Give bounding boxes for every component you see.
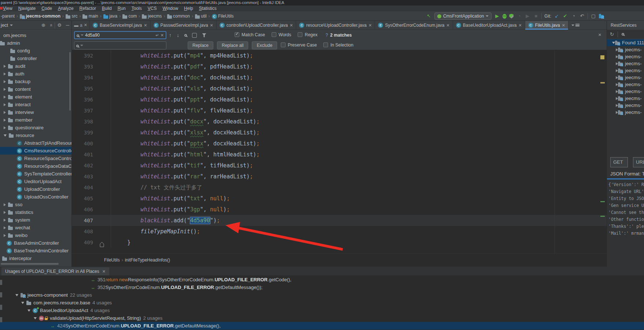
found-row[interactable]: Found 111 bbox=[607, 39, 644, 46]
code-line-408[interactable]: 408 fileTypeMapInit(); bbox=[72, 226, 607, 237]
search-icon[interactable] bbox=[622, 33, 624, 36]
code-line-402[interactable]: 402 whiteList.put("tif", tifHeadList); bbox=[72, 160, 607, 171]
usages-tab[interactable]: Usages of UPLOAD_FILE_ERROR in All Place… bbox=[1, 267, 109, 275]
editor-breadcrumb-item[interactable]: initFileTypeHeadInfos() bbox=[125, 257, 170, 263]
checkbox-icon[interactable] bbox=[272, 32, 276, 37]
close-search-icon[interactable]: ✕ bbox=[598, 33, 601, 37]
collapsed-arrow-icon[interactable] bbox=[4, 111, 6, 114]
tree-item-ueditoruploadact[interactable]: CUeditorUploadAct bbox=[0, 178, 71, 185]
menu-navigate[interactable]: Navigate bbox=[15, 5, 38, 11]
collapsed-arrow-icon[interactable] bbox=[4, 65, 6, 68]
restore-layout-icon[interactable]: ↖ bbox=[426, 12, 432, 20]
tree-item-auth[interactable]: auth bbox=[0, 70, 71, 78]
close-tab-icon[interactable]: ✕ bbox=[290, 23, 293, 28]
collapsed-arrow-icon[interactable] bbox=[4, 88, 6, 91]
git-history-button[interactable]: ◔ bbox=[571, 12, 577, 20]
editor-breadcrumb-item[interactable]: FileUtils bbox=[104, 257, 120, 263]
tree-item-resourcespacedatacontro[interactable]: CResourceSpaceDataContro bbox=[0, 162, 71, 170]
tree-item-uploadosscontroller[interactable]: CUploadOssController bbox=[0, 193, 71, 201]
exclude-button[interactable]: Exclude bbox=[252, 41, 277, 49]
usages-toolbar-icon[interactable] bbox=[0, 292, 2, 297]
editor-tab[interactable]: ESysOtherErrorCodeEnum.java✕ bbox=[375, 21, 453, 30]
tree-item-resource[interactable]: resource bbox=[0, 131, 71, 139]
menu-window[interactable]: Window bbox=[159, 5, 181, 11]
usage-row[interactable]: ↔424 SysOtherErrorCodeEnum.UPLOAD_FILE_E… bbox=[0, 322, 644, 330]
close-icon[interactable]: ✕ bbox=[102, 269, 106, 274]
tree-item-sso[interactable]: sso bbox=[0, 201, 71, 208]
tree-item-systemplatecontroller[interactable]: CSysTemplateController bbox=[0, 170, 71, 178]
collapsed-arrow-icon[interactable] bbox=[4, 203, 6, 206]
stop-button[interactable]: ■ bbox=[533, 12, 539, 20]
tree-item-om.jeecms[interactable]: om.jeecms bbox=[0, 31, 71, 39]
coverage-button[interactable] bbox=[509, 14, 514, 19]
clear-search-icon[interactable]: ✕ bbox=[161, 33, 164, 38]
collapsed-arrow-icon[interactable] bbox=[4, 126, 6, 129]
expanded-arrow-icon[interactable] bbox=[21, 302, 24, 304]
rest-module-item[interactable]: jeecms- bbox=[607, 81, 644, 88]
close-tab-icon[interactable]: ✕ bbox=[562, 23, 565, 28]
collapsed-arrow-icon[interactable] bbox=[4, 73, 6, 75]
replace-button[interactable]: Replace bbox=[188, 41, 213, 49]
tree-horizontal-scrollbar[interactable] bbox=[1, 263, 59, 265]
search-input[interactable] bbox=[85, 33, 154, 38]
code-line-395[interactable]: 395 whiteList.put("xls", docHeadList); bbox=[72, 83, 607, 94]
usages-toolbar-icon[interactable] bbox=[0, 280, 2, 285]
breadcrumb-item[interactable]: jeecms-common bbox=[20, 11, 60, 21]
code-line-401[interactable]: 401 whiteList.put("html", htmlHeadList); bbox=[72, 149, 607, 160]
breadcrumb-item[interactable]: common bbox=[167, 11, 190, 21]
chevron-down-icon[interactable] bbox=[10, 25, 13, 26]
close-tab-icon[interactable]: ✕ bbox=[84, 23, 87, 27]
checkbox-icon[interactable] bbox=[323, 42, 328, 47]
tree-item-basetreeadmincontroller[interactable]: CBaseTreeAdminController bbox=[0, 247, 71, 255]
breadcrumb-item[interactable]: util bbox=[195, 11, 207, 21]
code-line-399[interactable]: 399 whiteList.put("xlsx", docxHeadList); bbox=[72, 127, 607, 138]
collapsed-arrow-icon[interactable] bbox=[4, 119, 6, 122]
tree-item-content[interactable]: content bbox=[0, 85, 71, 93]
breadcrumb-item[interactable]: src bbox=[66, 11, 77, 21]
http-method-badge[interactable]: GET bbox=[610, 157, 628, 167]
checkbox-icon[interactable] bbox=[298, 32, 302, 37]
tree-item-statistics[interactable]: statistics bbox=[0, 208, 71, 216]
usage-row[interactable]: mvalidateUpload(HttpServletRequest, Stri… bbox=[0, 314, 644, 322]
regex-help-icon[interactable]: ? bbox=[325, 33, 328, 38]
menu-vcs[interactable]: VCS bbox=[145, 5, 160, 11]
code-line-404[interactable]: 404 // txt 文件头过于多了 bbox=[72, 182, 607, 193]
find-all-icon[interactable] bbox=[184, 34, 187, 37]
usages-toolbar-icon[interactable] bbox=[0, 305, 2, 310]
code-line-406[interactable]: 406 whiteList.put("3gp", null); bbox=[72, 204, 607, 215]
menu-analyze[interactable]: Analyze bbox=[55, 5, 77, 11]
close-tab-icon[interactable]: ✕ bbox=[518, 23, 522, 28]
rest-module-item[interactable]: jeecms- bbox=[607, 60, 644, 67]
code-line-403[interactable]: 403 whiteList.put("rar", rarHeadList); bbox=[72, 171, 607, 182]
find-prev-icon[interactable]: ↑ bbox=[169, 32, 172, 38]
rest-module-item[interactable]: jeecms- bbox=[607, 102, 644, 109]
refresh-icon[interactable]: ↻ bbox=[610, 31, 614, 37]
checkbox-icon[interactable] bbox=[235, 32, 239, 37]
url-badge[interactable]: URL bbox=[633, 157, 644, 167]
breadcrumb-item[interactable]: main bbox=[82, 11, 98, 21]
expanded-arrow-icon[interactable] bbox=[27, 309, 30, 312]
close-tab-icon[interactable]: ✕ bbox=[446, 23, 450, 28]
tree-item-interceptor[interactable]: interceptor bbox=[0, 255, 71, 262]
menu-code[interactable]: Code bbox=[38, 5, 55, 11]
usage-row[interactable]: ↔352 SysOtherErrorCodeEnum.UPLOAD_FILE_E… bbox=[0, 283, 644, 291]
vcs-stripe-mark[interactable] bbox=[600, 216, 605, 217]
tree-item-config[interactable]: config bbox=[0, 47, 71, 55]
editor-tab[interactable]: CFileUtils.java✕ bbox=[525, 21, 568, 30]
tree-item-abstracttplandresourcec[interactable]: CAbstractTplAndResourceC bbox=[0, 139, 71, 147]
option-preserve-case[interactable]: Preserve Case bbox=[281, 42, 317, 48]
editor-tab[interactable]: Cresource\UploadController.java✕ bbox=[296, 21, 375, 30]
rest-module-item[interactable]: jeecms- bbox=[607, 74, 644, 81]
editor-tab[interactable]: Ccontroller\UploadController.java✕ bbox=[217, 21, 297, 30]
code-line-394[interactable]: 394 whiteList.put("doc", docHeadList); bbox=[72, 72, 607, 83]
code-editor[interactable]: 392 whiteList.put("mp4", mp4HeadList);39… bbox=[72, 50, 607, 253]
tree-item-cmsresourcecontroller[interactable]: CCmsResourceController bbox=[0, 147, 71, 155]
select-all-occurrences-icon[interactable] bbox=[192, 33, 197, 38]
run-configuration-select[interactable]: CmsFrontApplication bbox=[434, 12, 492, 20]
settings-gear-icon[interactable]: ⚙ bbox=[57, 21, 62, 30]
breadcrumb-item[interactable]: com bbox=[122, 11, 137, 21]
run-disabled-button[interactable]: ▶ bbox=[525, 12, 530, 20]
option-regex[interactable]: Regex bbox=[298, 32, 317, 37]
newline-icon[interactable]: ↵ bbox=[156, 33, 159, 38]
collapse-all-icon[interactable]: « bbox=[47, 24, 56, 26]
